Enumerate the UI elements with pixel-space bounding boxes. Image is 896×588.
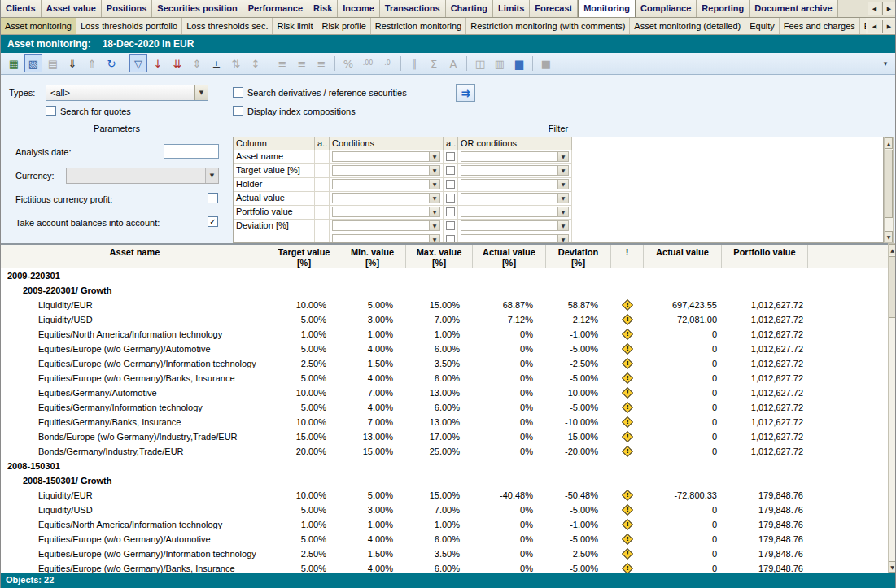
conditions-select[interactable]: ▼: [332, 207, 440, 217]
filter-header-column[interactable]: Column: [234, 137, 315, 150]
checkbox-box[interactable]: [233, 106, 243, 116]
sub-tab-exce[interactable]: Exce: [860, 18, 866, 34]
filter-header-conditions[interactable]: Conditions: [330, 137, 444, 150]
scroll-thumb[interactable]: [889, 256, 896, 318]
column-header-warning[interactable]: !: [611, 245, 644, 268]
sub-tabs-scroll-right-button[interactable]: ▶: [882, 20, 896, 33]
main-tab-positions[interactable]: Positions: [102, 0, 153, 17]
main-tab-securities-position[interactable]: Securities position: [152, 0, 243, 17]
table-row[interactable]: Equities/Germany/Automotive10.00%7.00%13…: [1, 385, 888, 400]
chevron-down-icon[interactable]: ▼: [557, 152, 568, 161]
chart-view-icon[interactable]: ▆: [510, 54, 528, 72]
checkbox-box[interactable]: [233, 87, 243, 98]
or-conditions-select[interactable]: ▼: [461, 165, 569, 176]
main-tab-performance[interactable]: Performance: [243, 0, 308, 17]
main-tab-charting[interactable]: Charting: [446, 0, 493, 17]
filter-or-checkbox[interactable]: [446, 180, 455, 189]
table-row[interactable]: Equities/Europe (w/o Germany)/Automotive…: [1, 342, 888, 356]
drilldown-icon[interactable]: ↓: [149, 54, 167, 72]
sub-tab-restriction-monitoring-with-comments[interactable]: Restriction monitoring (with comments): [466, 18, 630, 34]
filter-scrollbar[interactable]: ▲ ▼: [884, 137, 894, 243]
chevron-down-icon[interactable]: ▼: [429, 152, 439, 161]
chevron-down-icon[interactable]: ▼: [429, 194, 439, 203]
table-row[interactable]: Equities/Europe (w/o Germany)/Informatio…: [1, 547, 888, 561]
chevron-down-icon[interactable]: ▼: [557, 180, 568, 189]
column-header-actual-value-pct[interactable]: Actual value [%]: [473, 245, 546, 268]
table-row[interactable]: Equities/North America/Information techn…: [1, 327, 888, 342]
conditions-select[interactable]: ▼: [332, 165, 440, 176]
column-header-portfolio-value[interactable]: Portfolio value: [722, 245, 808, 268]
main-tab-risk[interactable]: Risk: [308, 0, 338, 17]
chevron-down-icon[interactable]: ▼: [557, 221, 568, 230]
sub-tab-loss-thresholds-sec[interactable]: Loss thresholds sec.: [182, 18, 273, 34]
table-row[interactable]: Liquidity/EUR10.00%5.00%15.00%-40.48%-50…: [1, 488, 888, 503]
main-tab-clients[interactable]: Clients: [1, 0, 42, 17]
main-tabs-scroll-left-button[interactable]: ◀: [868, 2, 881, 15]
chevron-down-icon[interactable]: ▼: [429, 207, 439, 216]
take-account-balances-checkbox[interactable]: ✓: [208, 216, 218, 227]
conditions-select[interactable]: ▼: [332, 234, 440, 243]
sub-tab-asset-monitoring[interactable]: Asset monitoring: [1, 18, 76, 34]
start-search-button[interactable]: ⇉: [456, 84, 475, 102]
scroll-down-button[interactable]: ▼: [885, 231, 893, 242]
table-group-row[interactable]: 2009-220301: [1, 268, 888, 283]
rollup-icon[interactable]: ⇊: [168, 54, 186, 72]
display-index-checkbox[interactable]: Display index compositions: [233, 106, 356, 116]
filter-header-or-conditions[interactable]: OR conditions: [458, 137, 572, 150]
table-subgroup-row[interactable]: 2008-150301/ Growth: [1, 473, 888, 488]
conditions-select[interactable]: ▼: [332, 151, 440, 162]
types-select[interactable]: <all> ▼: [46, 85, 208, 101]
or-conditions-select[interactable]: ▼: [461, 151, 569, 162]
main-tab-forecast[interactable]: Forecast: [530, 0, 578, 17]
sub-tab-risk-profile[interactable]: Risk profile: [317, 18, 370, 34]
chevron-down-icon[interactable]: ▼: [429, 180, 439, 189]
sub-tab-asset-monitoring-detailed[interactable]: Asset monitoring (detailed): [630, 18, 745, 34]
column-header-asset-name[interactable]: Asset name: [1, 245, 269, 268]
or-conditions-select[interactable]: ▼: [461, 193, 569, 203]
sub-tab-restriction-monitoring[interactable]: Restriction monitoring: [371, 18, 466, 34]
main-tab-income[interactable]: Income: [338, 0, 380, 17]
checkbox-box[interactable]: [46, 106, 56, 116]
or-conditions-select[interactable]: ▼: [461, 207, 569, 217]
scroll-up-button[interactable]: ▲: [889, 244, 896, 255]
table-group-row[interactable]: 2008-150301: [1, 459, 888, 473]
chevron-down-icon[interactable]: ▼: [429, 221, 439, 230]
sub-tab-equity[interactable]: Equity: [745, 18, 780, 34]
toolbar-overflow-button[interactable]: ▾: [876, 54, 894, 72]
scroll-thumb[interactable]: [885, 150, 893, 218]
sub-tab-risk-limit[interactable]: Risk limit: [273, 18, 317, 34]
analysis-date-input[interactable]: [164, 144, 219, 159]
conditions-select[interactable]: ▼: [332, 179, 440, 189]
search-quotes-checkbox[interactable]: Search for quotes: [46, 106, 131, 116]
filter-or-checkbox[interactable]: [446, 166, 455, 175]
conditions-select[interactable]: ▼: [332, 220, 440, 231]
refresh-icon[interactable]: ↻: [103, 54, 120, 72]
table-row[interactable]: Equities/Europe (w/o Germany)/Banks, Ins…: [1, 371, 888, 385]
or-conditions-select[interactable]: ▼: [461, 234, 569, 243]
export-table-icon[interactable]: ▦: [5, 54, 23, 72]
or-conditions-select[interactable]: ▼: [461, 220, 569, 231]
column-header-target-value-pct[interactable]: Target value [%]: [269, 245, 339, 268]
filter-or-checkbox[interactable]: [446, 152, 455, 161]
table-row[interactable]: Equities/North America/Information techn…: [1, 517, 888, 532]
sub-tabs-scroll-left-button[interactable]: ◀: [868, 20, 881, 33]
filter-icon[interactable]: ▽: [129, 54, 147, 72]
or-conditions-select[interactable]: ▼: [461, 179, 569, 189]
sub-tab-loss-thresholds-portfolio[interactable]: Loss thresholds portfolio: [76, 18, 182, 34]
column-header-deviation-pct[interactable]: Deviation [%]: [546, 245, 611, 268]
table-row[interactable]: Liquidity/USD5.00%3.00%7.00%0%-5.00%!017…: [1, 503, 888, 517]
table-subgroup-row[interactable]: 2009-220301/ Growth: [1, 283, 888, 298]
main-tab-limits[interactable]: Limits: [493, 0, 530, 17]
filter-or-checkbox[interactable]: [446, 207, 455, 216]
filter-header-a[interactable]: a..: [444, 137, 458, 150]
table-scrollbar[interactable]: ▲ ▼: [888, 243, 896, 573]
scroll-up-button[interactable]: ▲: [885, 137, 893, 149]
chevron-down-icon[interactable]: ▼: [429, 235, 439, 243]
chevron-down-icon[interactable]: ▼: [429, 166, 439, 175]
chevron-down-icon[interactable]: ▼: [557, 166, 568, 175]
chevron-down-icon[interactable]: ▼: [557, 194, 568, 203]
table-row[interactable]: Liquidity/USD5.00%3.00%7.00%7.12%2.12%!7…: [1, 312, 888, 327]
column-header-min-value-pct[interactable]: Min. value [%]: [339, 245, 406, 268]
main-tabs-scroll-right-button[interactable]: ▶: [882, 2, 896, 15]
filter-or-checkbox[interactable]: [446, 194, 455, 203]
